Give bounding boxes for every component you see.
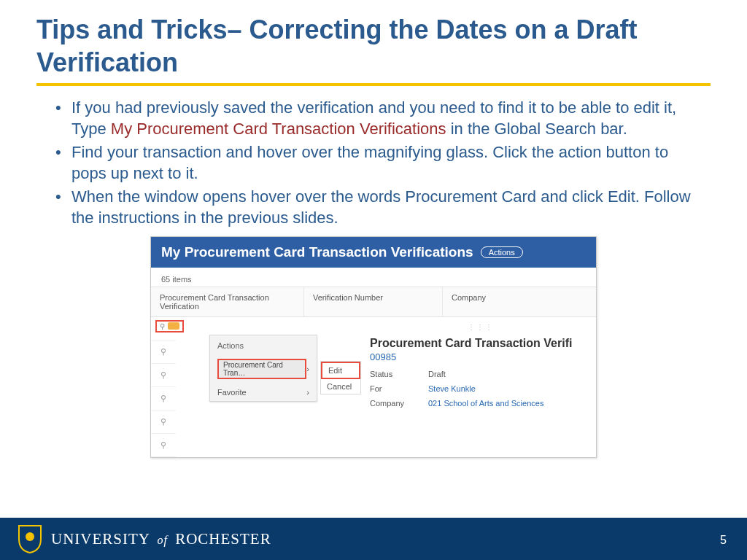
drag-handle-icon[interactable]: ⋮⋮⋮ — [370, 323, 592, 331]
detail-row-status: Status Draft — [370, 370, 592, 378]
bullet-text: Find your transaction and hover over the… — [71, 143, 668, 182]
app-screenshot: My Procurement Card Transaction Verifica… — [150, 236, 597, 458]
app-header: My Procurement Card Transaction Verifica… — [151, 237, 596, 268]
detail-value-link[interactable]: 021 School of Arts and Sciences — [428, 399, 543, 408]
bullet-item: When the window opens hover over the wor… — [51, 187, 696, 228]
row-magnifier[interactable]: ⚲ — [151, 341, 176, 364]
wordmark-part-2: ROCHESTER — [175, 530, 271, 548]
magnifier-column: ⚲ ⚲ ⚲ ⚲ ⚲ — [151, 317, 176, 457]
actions-menu-item-favorite[interactable]: Favorite › — [210, 384, 317, 401]
submenu-cancel[interactable]: Cancel — [321, 379, 360, 394]
footer-bar: UNIVERSITY of ROCHESTER 5 — [0, 518, 747, 560]
detail-value-link[interactable]: Steve Kunkle — [428, 384, 476, 393]
row-magnifier[interactable]: ⚲ — [151, 411, 176, 434]
detail-key: Company — [370, 399, 411, 408]
app-body: ⚲ ⚲ ⚲ ⚲ ⚲ ⚲ Actions Procurement Card Tra… — [151, 317, 596, 457]
wordmark-of: of — [157, 534, 167, 546]
actions-menu-header: Actions — [210, 335, 317, 354]
bullet-text: in the Global Search bar. — [446, 120, 627, 138]
col-header-a: Procurement Card Transaction Verificatio… — [151, 287, 304, 316]
bullet-highlight: My Procurement Card Transaction Verifica… — [111, 120, 446, 138]
title-area: Tips and Tricks– Correcting the Dates on… — [0, 0, 747, 79]
highlighted-magnifier[interactable]: ⚲ — [155, 320, 184, 332]
detail-link[interactable]: 00985 — [370, 351, 592, 362]
svg-point-0 — [26, 532, 34, 541]
actions-menu[interactable]: Actions Procurement Card Tran… › Favorit… — [209, 335, 317, 402]
col-header-b: Verification Number — [304, 287, 443, 316]
grid-header: Procurement Card Transaction Verificatio… — [151, 287, 596, 317]
actions-pill[interactable]: Actions — [481, 246, 523, 258]
col-header-c: Company — [443, 287, 596, 316]
page-number: 5 — [720, 534, 727, 547]
actions-submenu[interactable]: Edit Cancel — [320, 361, 361, 394]
app-title: My Procurement Card Transaction Verifica… — [161, 244, 473, 260]
wordmark-part-1: UNIVERSITY — [51, 530, 150, 548]
detail-key: For — [370, 384, 411, 393]
actions-menu-label: Favorite — [217, 388, 247, 397]
bullet-text: When the window opens hover over the wor… — [71, 187, 691, 227]
detail-panel: ⋮⋮⋮ Procurement Card Transaction Verifi … — [370, 323, 592, 413]
detail-value: Draft — [428, 370, 446, 378]
chevron-right-icon: › — [306, 388, 309, 397]
row-magnifier[interactable]: ⚲ — [151, 387, 176, 411]
action-chip-icon[interactable] — [168, 322, 179, 330]
university-wordmark: UNIVERSITY of ROCHESTER — [51, 530, 271, 548]
bullet-item: Find your transaction and hover over the… — [51, 142, 696, 184]
items-count: 65 items — [151, 268, 596, 287]
bullet-list: If you had previously saved the verifica… — [51, 98, 696, 229]
content-area: If you had previously saved the verifica… — [0, 86, 747, 458]
row-magnifier[interactable]: ⚲ — [151, 364, 176, 387]
detail-row-company: Company 021 School of Arts and Sciences — [370, 399, 592, 408]
magnifier-icon: ⚲ — [160, 322, 165, 330]
bullet-item: If you had previously saved the verifica… — [51, 98, 696, 139]
detail-row-for: For Steve Kunkle — [370, 384, 592, 393]
slide-title: Tips and Tricks– Correcting the Dates on… — [36, 13, 711, 79]
chevron-right-icon: › — [306, 365, 309, 373]
detail-title: Procurement Card Transaction Verifi — [370, 337, 592, 350]
actions-menu-label: Procurement Card Tran… — [217, 359, 306, 379]
submenu-edit[interactable]: Edit — [321, 362, 360, 379]
slide: Tips and Tricks– Correcting the Dates on… — [0, 0, 747, 560]
university-crest-icon — [18, 524, 42, 553]
actions-menu-item-procurement[interactable]: Procurement Card Tran… › — [210, 354, 317, 384]
detail-key: Status — [370, 370, 411, 378]
row-magnifier[interactable]: ⚲ — [151, 434, 176, 457]
title-bold: Tips and Tricks– — [36, 15, 249, 44]
